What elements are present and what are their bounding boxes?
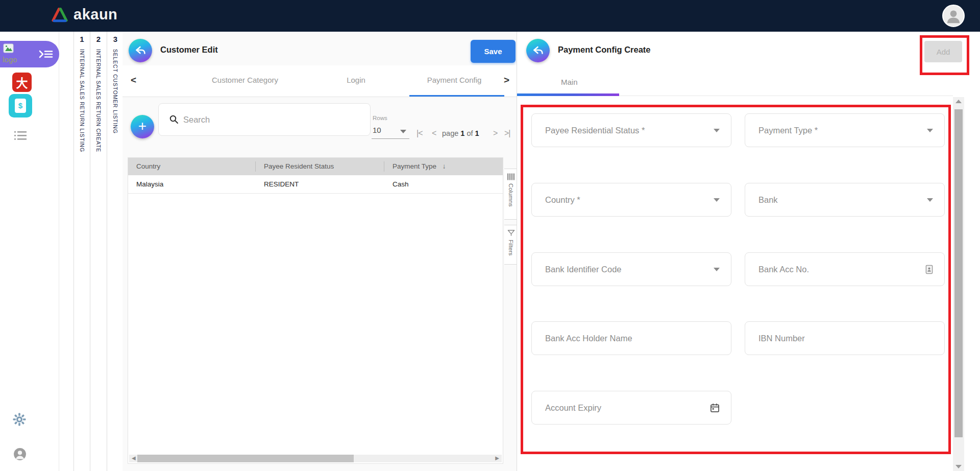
cell-payee-resident-status: RESIDENT bbox=[256, 175, 384, 193]
pagination-first-icon[interactable]: |< bbox=[416, 129, 423, 138]
rows-per-page-label: Rows bbox=[373, 115, 387, 121]
contact-card-icon[interactable] bbox=[925, 265, 933, 274]
step-number: 1 bbox=[74, 35, 90, 43]
profile-person-icon[interactable] bbox=[13, 448, 27, 463]
scroll-left-arrow-icon[interactable]: ◀ bbox=[132, 455, 136, 461]
back-button[interactable] bbox=[526, 39, 550, 62]
scroll-down-arrow-icon[interactable] bbox=[955, 465, 962, 468]
active-tab-underline bbox=[517, 93, 619, 96]
of-word: of bbox=[467, 129, 473, 137]
page-word: page bbox=[442, 129, 458, 137]
filters-side-tab[interactable]: Filters bbox=[504, 225, 518, 265]
cell-country: Malaysia bbox=[128, 175, 256, 193]
cell-payment-type: Cash bbox=[384, 175, 502, 193]
back-button[interactable] bbox=[129, 39, 152, 62]
pagination-prev-icon[interactable]: < bbox=[432, 129, 436, 138]
page-title: Customer Edit bbox=[160, 45, 218, 55]
sidebar-logo-label: logo bbox=[3, 55, 17, 64]
step-label: INTERNAL SALES RETURN LISTING bbox=[79, 49, 85, 152]
sidebar-logo-pill[interactable]: logo bbox=[0, 41, 59, 67]
step-number: 2 bbox=[90, 35, 107, 43]
menu-expand-icon[interactable] bbox=[39, 50, 53, 61]
horizontal-scrollbar[interactable]: ◀ ▶ bbox=[129, 455, 502, 462]
top-navbar: akaun bbox=[0, 0, 980, 32]
step-column-1[interactable]: 1 INTERNAL SALES RETURN LISTING bbox=[74, 32, 90, 471]
pagination-status: page 1 of 1 bbox=[442, 129, 479, 137]
search-box bbox=[158, 103, 371, 136]
app-red-glyph: 大 bbox=[16, 74, 28, 91]
rows-caret-icon[interactable] bbox=[400, 130, 406, 133]
column-header-country[interactable]: Country bbox=[128, 158, 256, 175]
tab-main[interactable]: Main bbox=[561, 78, 578, 86]
save-button[interactable]: Save bbox=[471, 40, 516, 63]
step-column-3[interactable]: 3 SELECT CUSTOMER LISTING bbox=[107, 32, 124, 471]
add-record-button[interactable]: + bbox=[131, 115, 154, 138]
dropdown-caret-icon[interactable] bbox=[714, 129, 720, 132]
tab-customer-category[interactable]: Customer Category bbox=[163, 76, 327, 84]
rows-per-page-value[interactable]: 10 bbox=[373, 126, 381, 134]
page-title: Payment Config Create bbox=[558, 45, 651, 55]
customer-edit-panel: Customer Edit Save < > Customer Category… bbox=[122, 32, 517, 471]
calendar-icon[interactable] bbox=[710, 403, 720, 413]
list-menu-icon[interactable] bbox=[14, 131, 27, 143]
dropdown-caret-icon[interactable] bbox=[927, 129, 933, 132]
filter-funnel-icon bbox=[507, 229, 515, 237]
field-bank-acc-holder-name[interactable]: Bank Acc Holder Name bbox=[531, 321, 731, 355]
vertical-scroll-thumb[interactable] bbox=[954, 109, 963, 437]
field-account-expiry[interactable]: Account Expiry bbox=[531, 391, 731, 425]
akaun-triangle-icon bbox=[51, 7, 68, 22]
scroll-up-arrow-icon[interactable] bbox=[955, 100, 962, 103]
page-total: 1 bbox=[475, 129, 479, 137]
user-avatar[interactable] bbox=[942, 5, 965, 27]
dropdown-caret-icon[interactable] bbox=[714, 198, 720, 202]
pagination-next-icon[interactable]: > bbox=[493, 129, 497, 138]
page-current: 1 bbox=[460, 129, 464, 137]
dropdown-caret-icon[interactable] bbox=[714, 268, 720, 271]
app-sidebar: logo 大 $ bbox=[0, 32, 59, 471]
field-country[interactable]: Country * bbox=[531, 183, 731, 217]
field-ibn-number[interactable]: IBN Number bbox=[745, 321, 945, 355]
dropdown-caret-icon[interactable] bbox=[927, 198, 933, 202]
search-input[interactable] bbox=[183, 115, 347, 125]
columns-icon bbox=[507, 173, 514, 180]
tab-scroll-left-icon[interactable]: < bbox=[131, 75, 136, 86]
payment-config-table: Country Payee Resident Status Payment Ty… bbox=[128, 157, 503, 464]
tab-payment-config[interactable]: Payment Config bbox=[401, 76, 508, 84]
step-column-2[interactable]: 2 INTERNAL SALES RETURN CREATE bbox=[90, 32, 107, 471]
field-bank-acc-no[interactable]: Bank Acc No. bbox=[745, 252, 945, 286]
back-arrow-icon bbox=[134, 44, 147, 57]
active-tab-underline bbox=[409, 95, 504, 97]
app-window: akaun logo bbox=[0, 0, 980, 471]
payment-config-create-panel: Payment Config Create Add Main Payee Res… bbox=[517, 32, 964, 471]
column-header-payee-resident-status[interactable]: Payee Resident Status bbox=[256, 158, 384, 175]
tab-login[interactable]: Login bbox=[327, 76, 385, 84]
brand-logo: akaun bbox=[51, 6, 117, 23]
field-payment-type[interactable]: Payment Type * bbox=[745, 113, 945, 147]
person-icon bbox=[945, 7, 962, 25]
sidebar-app-billing-icon[interactable]: $ bbox=[9, 94, 32, 117]
step-number: 3 bbox=[107, 35, 124, 43]
field-bank[interactable]: Bank bbox=[745, 183, 945, 217]
settings-gear-icon[interactable] bbox=[13, 413, 26, 428]
horizontal-scroll-thumb[interactable] bbox=[137, 455, 354, 462]
scroll-right-arrow-icon[interactable]: ▶ bbox=[495, 455, 499, 461]
sidebar-app-red-icon[interactable]: 大 bbox=[12, 73, 32, 92]
invoice-doc-icon: $ bbox=[15, 99, 26, 113]
rows-select-underline bbox=[372, 138, 409, 139]
filters-tab-label: Filters bbox=[508, 240, 514, 255]
columns-side-tab[interactable]: Columns bbox=[504, 169, 518, 220]
table-row[interactable]: Malaysia RESIDENT Cash bbox=[128, 175, 503, 194]
back-arrow-icon bbox=[531, 44, 545, 57]
workflow-steps-strip: 1 INTERNAL SALES RETURN LISTING 2 INTERN… bbox=[59, 32, 122, 471]
sort-descending-icon[interactable]: ↓ bbox=[443, 162, 446, 170]
dollar-glyph: $ bbox=[15, 101, 26, 110]
step-label: INTERNAL SALES RETURN CREATE bbox=[95, 49, 102, 152]
field-bank-identifier-code[interactable]: Bank Identifier Code bbox=[531, 252, 731, 286]
column-header-payment-type[interactable]: Payment Type ↓ bbox=[384, 158, 502, 175]
pagination-last-icon[interactable]: >| bbox=[504, 129, 510, 138]
field-payee-residential-status[interactable]: Payee Residential Status * bbox=[531, 113, 731, 147]
columns-tab-label: Columns bbox=[508, 183, 514, 206]
vertical-scrollbar[interactable] bbox=[953, 97, 964, 471]
add-button[interactable]: Add bbox=[924, 41, 962, 62]
search-icon bbox=[169, 114, 179, 125]
